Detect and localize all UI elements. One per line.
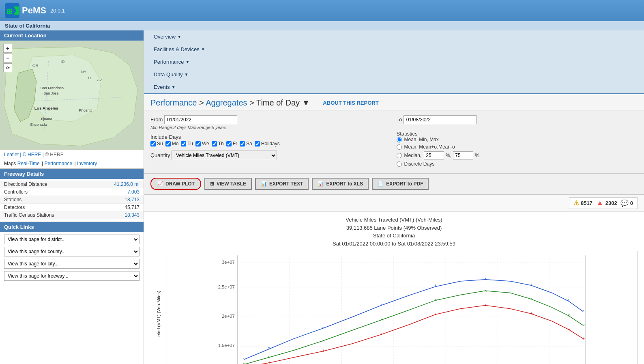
median-low-input[interactable]	[424, 151, 444, 159]
app-logo-icon: ⊞	[5, 3, 19, 18]
svg-text:*: *	[530, 283, 532, 287]
stat-mean-sigma: Mean, Mean+σ,Mean-σ	[397, 144, 638, 150]
export-text-button[interactable]: 📊 EXPORT TEXT	[255, 178, 309, 190]
to-input[interactable]	[404, 115, 477, 124]
error-count: 2302	[605, 200, 617, 206]
error-icon: 🔺	[596, 199, 604, 207]
nav-item-data-quality[interactable]: Data Quality▼	[148, 68, 211, 81]
export-pdf-button[interactable]: 📄 EXPORT to PDF	[372, 178, 429, 190]
main-content: Overview▼Facilities & Devices▼Performanc…	[144, 30, 644, 364]
reset-button[interactable]: ⟳	[3, 63, 12, 72]
form-grid: From Min Range:2 days Max Range:5 years …	[150, 115, 638, 168]
svg-text:2e+07: 2e+07	[222, 314, 235, 319]
nav-item-facilities---devices[interactable]: Facilities & Devices▼	[148, 43, 211, 56]
zoom-out-button[interactable]: −	[3, 54, 12, 62]
nav-arrow: ▼	[177, 34, 181, 39]
nav-item-events[interactable]: Events▼	[148, 81, 211, 93]
day-we[interactable]: We	[195, 141, 209, 146]
view-table-icon: ⊞	[210, 181, 214, 187]
day-tu[interactable]: Tu	[181, 141, 193, 146]
day-su[interactable]: Su	[150, 141, 163, 146]
nav-item-overview[interactable]: Overview▼	[148, 30, 211, 43]
maps-realtime-link[interactable]: Real-Time	[17, 161, 40, 166]
quick-link-select[interactable]: View this page for county...	[4, 247, 140, 256]
svg-text:×: ×	[380, 317, 383, 322]
export-xls-button[interactable]: 📊 EXPORT to XLS	[312, 178, 369, 190]
detail-value-link[interactable]: 7,003	[127, 189, 140, 195]
svg-text:Los Angeles: Los Angeles	[34, 106, 58, 110]
detail-row: Directional Distance41,236.0 mi	[0, 181, 144, 188]
about-report-link[interactable]: ABOUT THIS REPORT	[323, 100, 378, 106]
stat-radio-1[interactable]	[397, 137, 402, 142]
svg-text:1.5e+07: 1.5e+07	[218, 343, 235, 348]
quick-link-select[interactable]: View this page for district...	[4, 235, 140, 244]
detail-value-link[interactable]: 18,713	[125, 197, 140, 202]
detail-value-link[interactable]: 41,236.0 mi	[114, 181, 140, 187]
chart-status-bar: ⚠ 8517 🔺 2302 💬 0	[144, 195, 644, 212]
detail-value-link[interactable]: 18,343	[125, 212, 140, 218]
breadcrumb-dropdown[interactable]: ▼	[302, 98, 310, 107]
stat-radio-2[interactable]	[397, 144, 402, 150]
maps-inventory-link[interactable]: Inventory	[77, 161, 97, 166]
stat-mean-min-max: Mean, Min, Max	[397, 137, 638, 142]
svg-text:×: ×	[485, 289, 487, 293]
detail-row: Stations18,713	[0, 196, 144, 204]
draw-plot-button[interactable]: 📈 DRAW PLOT	[150, 178, 201, 190]
top-navigation: Overview▼Facilities & Devices▼Performanc…	[144, 30, 644, 94]
detail-value-wrap: 7,003	[127, 189, 140, 195]
breadcrumb-performance[interactable]: Performance	[150, 98, 197, 107]
median-high-input[interactable]	[453, 151, 473, 159]
leaflet-link[interactable]: Leaflet | © HERE	[4, 152, 41, 157]
svg-text:+: +	[380, 332, 383, 336]
include-days-label: Include Days	[150, 134, 181, 140]
map-attribution: Leaflet | © HERE | © HERE	[0, 150, 144, 159]
app-version: 20.0.1	[50, 8, 65, 14]
warning-status: ⚠ 8517	[573, 199, 592, 207]
error-status: 🔺 2302	[596, 199, 617, 207]
stat-radio-3[interactable]	[397, 153, 402, 158]
stat-radio-4[interactable]	[397, 162, 402, 167]
zoom-in-button[interactable]: +	[3, 44, 12, 53]
quick-link-select[interactable]: View this page for city...	[4, 259, 140, 269]
day-th[interactable]: Th	[212, 141, 224, 146]
state-bar: State of California	[0, 21, 644, 30]
svg-text:+: +	[435, 312, 437, 317]
svg-text:+: +	[268, 360, 270, 364]
from-input[interactable]	[164, 115, 237, 124]
nav-arrow: ▼	[185, 60, 189, 64]
svg-text:Ensenada: Ensenada	[30, 123, 47, 127]
svg-text:UT: UT	[88, 76, 93, 80]
detail-row: Traffic Census Stations18,343	[0, 211, 144, 219]
svg-text:×: ×	[530, 297, 533, 301]
current-location-title: Current Location	[0, 30, 144, 41]
app-name: PeMS	[22, 5, 46, 16]
svg-text:+: +	[530, 311, 533, 316]
to-label: To	[397, 116, 402, 123]
breadcrumb-aggregates[interactable]: Aggregates	[206, 98, 247, 107]
maps-navigation: Maps Real-Time | Performance | Inventory	[0, 159, 144, 168]
day-holidays[interactable]: Holidays	[255, 141, 280, 146]
day-mo[interactable]: Mo	[165, 141, 179, 146]
svg-text:×: ×	[243, 362, 245, 364]
nav-item-performance[interactable]: Performance▼	[148, 56, 211, 68]
day-sa[interactable]: Sa	[240, 141, 252, 146]
map-container[interactable]: San Francisco ·San Jose Los Angeles · Ti…	[0, 41, 144, 150]
view-table-label: VIEW TABLE	[217, 181, 246, 187]
export-pdf-icon: 📄	[378, 181, 384, 187]
nav-items: Overview▼Facilities & Devices▼Performanc…	[148, 30, 211, 93]
maps-performance-link[interactable]: Performance	[44, 161, 72, 166]
svg-text:+: +	[485, 303, 487, 308]
info-count: 0	[630, 200, 633, 206]
state-label: State of California	[5, 23, 50, 29]
svg-text:*: *	[485, 277, 486, 282]
quantity-select[interactable]: Vehicle Miles Traveled (VMT) Delay Trave…	[172, 151, 277, 160]
breadcrumb: Performance > Aggregates > Time of Day ▼	[150, 98, 310, 108]
from-label: From	[150, 116, 163, 123]
view-table-button[interactable]: ⊞ VIEW TABLE	[204, 178, 252, 190]
svg-text:+: +	[322, 349, 324, 353]
quick-link-select[interactable]: View this page for freeway...	[4, 271, 140, 281]
day-fr[interactable]: Fr	[226, 141, 237, 146]
chart-title-line1: Vehicle Miles Traveled (VMT) (Veh-Miles)	[150, 216, 638, 224]
info-icon: 💬	[620, 199, 629, 207]
chart-area: Vehicle Miles Traveled (VMT) (Veh-Miles)…	[144, 212, 644, 364]
